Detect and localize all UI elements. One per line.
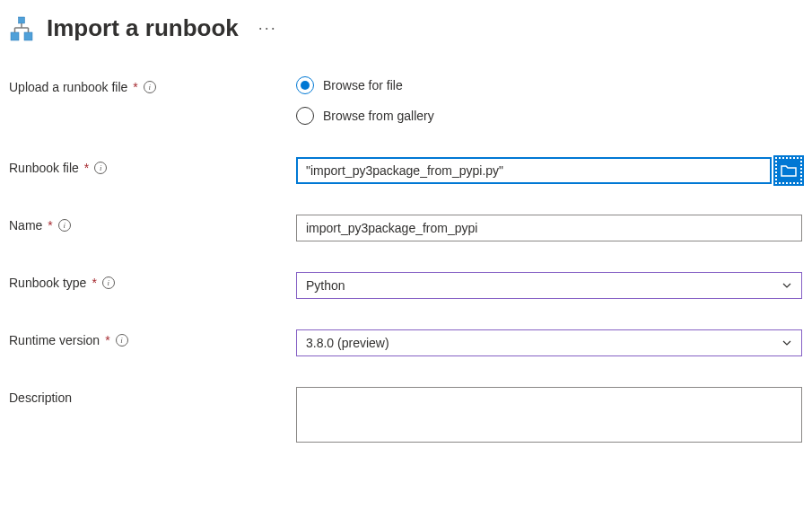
runbook-file-label: Runbook file xyxy=(9,161,79,175)
label-group: Runbook type * i xyxy=(9,272,296,290)
control-group xyxy=(296,157,802,184)
label-group: Name * i xyxy=(9,215,296,233)
svg-rect-1 xyxy=(11,32,19,40)
info-icon[interactable]: i xyxy=(94,162,107,174)
radio-label: Browse from gallery xyxy=(323,109,434,123)
required-indicator: * xyxy=(92,276,96,290)
label-group: Runbook file * i xyxy=(9,157,296,175)
radio-indicator xyxy=(296,76,314,94)
folder-icon xyxy=(781,164,797,177)
upload-radio-group: Browse for file Browse from gallery xyxy=(296,76,802,125)
page-header: Import a runbook ··· xyxy=(9,9,803,42)
name-label: Name xyxy=(9,218,42,233)
required-indicator: * xyxy=(48,218,52,233)
runtime-version-select[interactable]: 3.8.0 (preview) xyxy=(296,329,802,356)
radio-browse-gallery[interactable]: Browse from gallery xyxy=(296,107,802,125)
file-input-wrap xyxy=(296,157,802,184)
required-indicator: * xyxy=(133,80,137,94)
info-icon[interactable]: i xyxy=(102,276,115,289)
browse-file-button[interactable] xyxy=(775,157,802,184)
field-row-runtime-version: Runtime version * i 3.8.0 (preview) xyxy=(9,329,803,356)
description-label: Description xyxy=(9,391,72,405)
info-icon[interactable]: i xyxy=(144,81,156,93)
runbook-type-select[interactable]: Python xyxy=(296,272,802,299)
required-indicator: * xyxy=(84,161,89,175)
control-group xyxy=(296,387,802,445)
control-group xyxy=(296,215,802,241)
upload-label: Upload a runbook file xyxy=(9,80,127,94)
runbook-type-label: Runbook type xyxy=(9,276,86,290)
label-group: Runtime version * i xyxy=(9,329,296,347)
control-group: Python xyxy=(296,272,802,299)
control-group: 3.8.0 (preview) xyxy=(296,329,802,356)
info-icon[interactable]: i xyxy=(58,219,71,232)
chevron-down-icon xyxy=(781,338,792,348)
label-group: Upload a runbook file * i xyxy=(9,76,296,94)
field-row-runbook-file: Runbook file * i xyxy=(9,157,803,184)
radio-browse-file[interactable]: Browse for file xyxy=(296,76,802,94)
control-group: Browse for file Browse from gallery xyxy=(296,76,802,125)
field-row-runbook-type: Runbook type * i Python xyxy=(9,272,803,299)
page-title: Import a runbook xyxy=(47,14,239,42)
required-indicator: * xyxy=(105,333,109,347)
runtime-version-label: Runtime version xyxy=(9,333,100,347)
label-group: Description xyxy=(9,387,296,405)
select-value: Python xyxy=(306,278,345,293)
more-menu-icon[interactable]: ··· xyxy=(258,19,277,38)
svg-rect-0 xyxy=(19,17,25,23)
runbook-file-input[interactable] xyxy=(296,157,772,184)
select-value: 3.8.0 (preview) xyxy=(306,336,389,350)
field-row-name: Name * i xyxy=(9,215,803,241)
svg-rect-2 xyxy=(24,32,32,40)
runbook-icon xyxy=(9,16,34,41)
name-input[interactable] xyxy=(296,215,802,241)
radio-label: Browse for file xyxy=(323,78,403,92)
description-textarea[interactable] xyxy=(296,387,802,443)
info-icon[interactable]: i xyxy=(116,334,128,347)
field-row-description: Description xyxy=(9,387,803,445)
radio-indicator xyxy=(296,107,314,125)
chevron-down-icon xyxy=(781,280,792,291)
field-row-upload: Upload a runbook file * i Browse for fil… xyxy=(9,76,803,125)
